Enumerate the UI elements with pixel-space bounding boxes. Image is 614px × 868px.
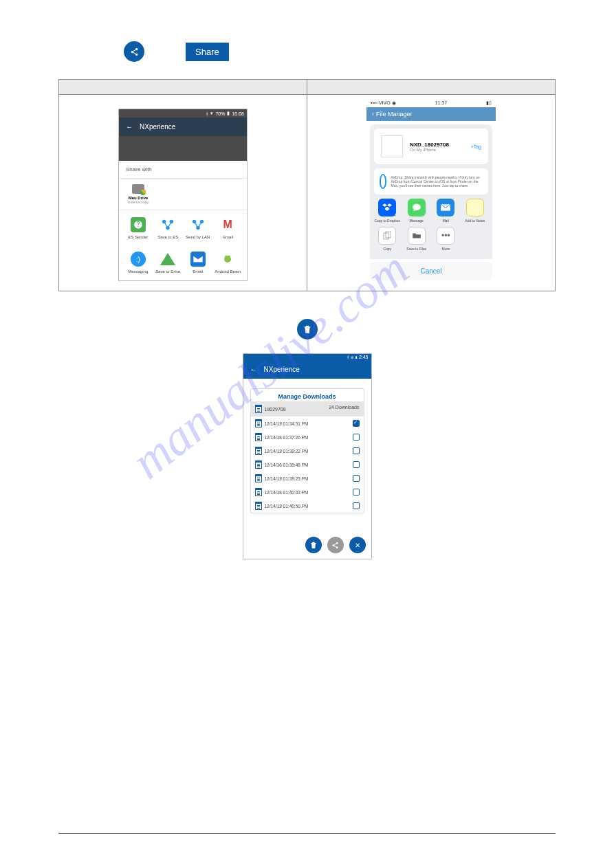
android-share-screenshot: ᚼ ▾ 70% ▮ 10:08 ← NXperience Share with (118, 109, 248, 281)
nav-title[interactable]: File Manager (376, 111, 413, 118)
es-sender-icon (131, 217, 146, 232)
airdrop-text: AirDrop. Share instantly with people nea… (391, 175, 483, 188)
download-row[interactable]: 12/14/18 01:34:51 PM (251, 416, 364, 430)
ios-apps-row2: Copy Save to Files •••More (374, 227, 488, 251)
notes-item[interactable]: Add to Notes (462, 199, 489, 223)
file-icon (255, 474, 262, 482)
device-id: 18029708 (265, 407, 286, 412)
android-beam-icon (220, 252, 235, 267)
section-title: Manage Downloads (251, 389, 364, 401)
battery-icon: ▮ (227, 111, 230, 116)
es-sender-label: ES Sender (123, 235, 153, 239)
mid-button-row (58, 319, 556, 340)
file-name: NXD_18029708 (410, 142, 464, 148)
trash-icon (310, 541, 317, 549)
bluetooth-icon: ᚼ (347, 355, 349, 359)
messaging-label: Messaging (123, 269, 153, 274)
download-row[interactable]: 12/14/18 01:39:23 PM (251, 471, 364, 485)
download-timestamp: 12/14/18 01:40:50 PM (265, 504, 309, 509)
back-chevron-icon[interactable]: ‹ (372, 111, 374, 118)
gmail-label: Gmail (213, 235, 243, 239)
download-checkbox[interactable] (353, 502, 360, 509)
share-icon (130, 47, 139, 56)
download-row[interactable]: 12/14/18 01:38:22 PM (251, 444, 364, 458)
carrier: VIVO (379, 100, 391, 105)
delete-fab[interactable] (305, 537, 322, 553)
download-timestamp: 12/14/18 01:40:03 PM (265, 490, 309, 495)
download-checkbox[interactable] (353, 420, 360, 427)
download-count: 24 Downloads (329, 405, 359, 413)
send-by-lan-label: Send by LAN (183, 235, 213, 239)
email-item[interactable]: Email (183, 252, 213, 274)
messaging-icon: :) (131, 252, 146, 267)
back-arrow-icon[interactable]: ← (250, 366, 257, 373)
dropbox-item[interactable]: Copy to Dropbox (374, 199, 401, 223)
drive-triangle-icon (160, 252, 175, 267)
download-row[interactable]: 12/14/18 01:37:26 PM (251, 430, 364, 444)
es-sender-item[interactable]: ES Sender (123, 217, 153, 239)
download-checkbox[interactable] (353, 475, 360, 482)
message-icon (408, 199, 426, 216)
share-button[interactable]: Share (186, 43, 229, 61)
copy-label: Copy (374, 247, 401, 251)
android-beam-item[interactable]: Android Beam (213, 252, 243, 274)
gmail-item[interactable]: M Gmail (213, 217, 243, 239)
share-icon-button[interactable] (124, 41, 144, 62)
file-location: On My iPhone (410, 148, 464, 152)
download-timestamp: 12/14/18 01:37:26 PM (265, 435, 309, 440)
email-icon (190, 252, 206, 267)
message-item[interactable]: Message (404, 199, 430, 223)
ios-share-screenshot: ▪▪▪▫ VIVO ◉ 11:37 ▮▯ ‹ File Manager (366, 99, 496, 284)
fab-row: ✕ (305, 537, 366, 553)
messaging-item[interactable]: :) Messaging (123, 252, 153, 274)
save-to-drive-item[interactable]: Save to Drive (153, 252, 184, 274)
battery-pct: 70% (215, 111, 225, 116)
ios-nav-bar: ‹ File Manager (366, 107, 496, 121)
share-drive-row: Meu Drive testenovusipo (119, 179, 247, 210)
download-row[interactable]: 12/14/18 01:40:50 PM (251, 499, 364, 513)
more-item[interactable]: •••More (432, 227, 459, 251)
dropbox-icon (378, 199, 396, 216)
trash-icon (303, 324, 311, 334)
more-label: More (432, 247, 459, 251)
more-icon: ••• (437, 227, 454, 245)
airdrop-card[interactable]: AirDrop. Share instantly with people nea… (374, 168, 488, 194)
download-checkbox[interactable] (353, 461, 360, 468)
delete-icon-button[interactable] (297, 319, 318, 340)
app-title: NXperience (140, 123, 175, 131)
copy-item[interactable]: Copy (374, 227, 401, 251)
file-card: NXD_18029708 On My iPhone +Tag (374, 129, 488, 164)
android-dark-area (119, 136, 247, 161)
send-by-lan-item[interactable]: Send by LAN (183, 217, 213, 239)
download-checkbox[interactable] (353, 434, 360, 441)
close-fab[interactable]: ✕ (349, 537, 366, 553)
mail-item[interactable]: Mail (432, 199, 459, 223)
wifi-icon: ◉ (392, 100, 396, 105)
mail-label: Mail (432, 219, 459, 223)
save-files-item[interactable]: Save to Files (404, 227, 430, 251)
download-checkbox[interactable] (353, 447, 360, 454)
download-timestamp: 12/14/18 01:34:51 PM (265, 421, 309, 426)
android-app-bar: ← NXperience (119, 118, 247, 136)
file-thumbnail (381, 135, 403, 157)
cancel-button[interactable]: Cancel (370, 262, 492, 280)
drive-target[interactable]: Meu Drive testenovusipo (126, 184, 151, 204)
download-row[interactable]: 12/14/18 01:38:48 PM (251, 458, 364, 471)
save-files-label: Save to Files (404, 247, 430, 251)
android-status-bar: ᚼ ▾ 70% ▮ 10:08 (119, 109, 247, 118)
close-icon: ✕ (355, 542, 360, 549)
share-fab[interactable] (327, 537, 344, 553)
download-timestamp: 12/14/18 01:39:23 PM (265, 476, 309, 481)
top-button-row: Share (58, 41, 556, 62)
download-row[interactable]: 12/14/18 01:40:03 PM (251, 485, 364, 499)
device-header[interactable]: 18029708 24 Downloads (251, 401, 364, 416)
save-to-es-item[interactable]: Save to ES (153, 217, 184, 239)
copy-icon (378, 227, 396, 245)
message-label: Message (404, 219, 430, 223)
table-header-left (59, 80, 307, 95)
tag-button[interactable]: +Tag (471, 144, 481, 149)
download-checkbox[interactable] (353, 489, 360, 496)
mid-section: ᚼ ◉ ▮ 2:45 ← NXperience Manage Downloads… (58, 319, 556, 559)
drive-folder-icon (132, 184, 144, 194)
back-arrow-icon[interactable]: ← (126, 123, 133, 131)
